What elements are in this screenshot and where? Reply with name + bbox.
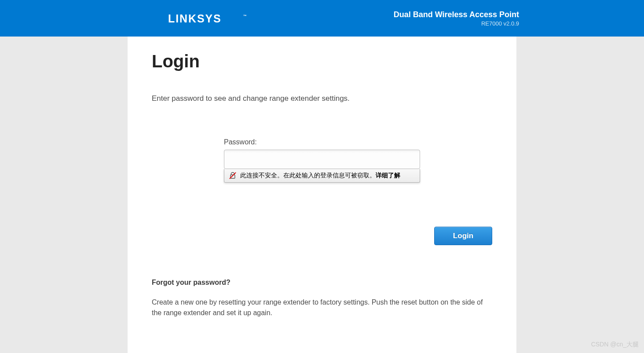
product-name: Dual Band Wireless Access Point xyxy=(394,10,519,19)
password-input[interactable] xyxy=(224,150,420,169)
svg-text:LINKSYS: LINKSYS xyxy=(168,13,222,24)
brand-logo: LINKSYS ™ xyxy=(168,13,252,24)
linksys-logo: LINKSYS ™ xyxy=(168,13,252,24)
forgot-password-text: Create a new one by resetting your range… xyxy=(152,297,492,318)
login-instruction: Enter password to see and change range e… xyxy=(152,94,492,103)
svg-text:™: ™ xyxy=(243,14,248,18)
insecure-connection-warning: 此连接不安全。在此处输入的登录信息可被窃取。详细了解 xyxy=(224,169,420,183)
login-form: Password: 此连接不安全。在此处输入的登录信息可被窃取。详细了解 xyxy=(224,138,420,183)
button-row: Login xyxy=(152,227,492,245)
header-product-info: Dual Band Wireless Access Point RE7000 v… xyxy=(394,10,519,27)
main-content: Login Enter password to see and change r… xyxy=(128,37,516,353)
warning-message: 此连接不安全。在此处输入的登录信息可被窃取。 xyxy=(240,172,376,179)
forgot-password-title: Forgot your password? xyxy=(152,279,492,287)
password-label: Password: xyxy=(224,138,420,146)
watermark: CSDN @cn_大腿 xyxy=(591,341,639,349)
forgot-password-section: Forgot your password? Create a new one b… xyxy=(152,279,492,318)
header: LINKSYS ™ Dual Band Wireless Access Poin… xyxy=(0,0,644,37)
product-version: RE7000 v2.0.9 xyxy=(394,20,519,27)
warning-learn-more-link[interactable]: 详细了解 xyxy=(376,172,400,179)
login-button[interactable]: Login xyxy=(434,227,492,245)
warning-text: 此连接不安全。在此处输入的登录信息可被窃取。详细了解 xyxy=(240,172,415,180)
page-title: Login xyxy=(152,51,492,71)
lock-slash-icon xyxy=(229,172,237,180)
